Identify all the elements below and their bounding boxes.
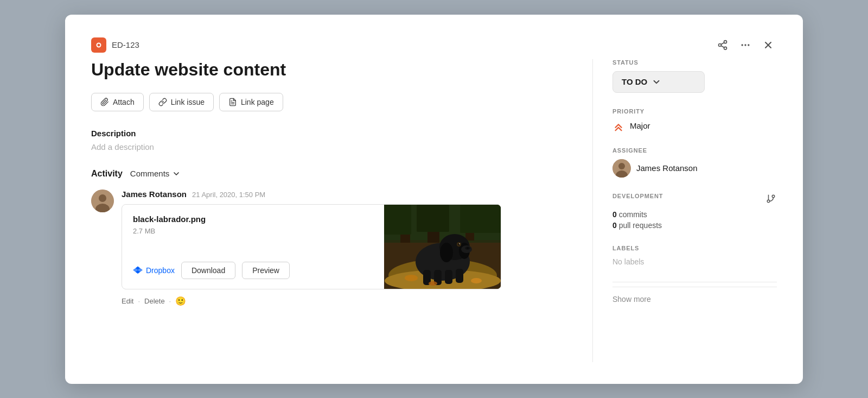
assignee-avatar — [612, 159, 631, 178]
emoji-button[interactable]: 🙂 — [175, 296, 186, 306]
commits-count: 0 — [612, 210, 617, 219]
modal-header: ED-123 — [91, 36, 777, 54]
close-button[interactable] — [760, 36, 777, 54]
status-section-title: STATUS — [612, 59, 777, 66]
attach-button[interactable]: Attach — [91, 93, 144, 111]
development-section: DEVELOPMENT 0 commits 0 pull request — [612, 193, 777, 230]
assignee-row: James Rotanson — [612, 159, 777, 178]
labels-section-title: LABELS — [612, 245, 777, 251]
svg-point-45 — [429, 281, 437, 286]
link-page-button[interactable]: Link page — [219, 93, 283, 111]
attachment-card: black-labrador.png 2.7 MB — [122, 204, 501, 289]
commenter-avatar — [91, 189, 114, 212]
comment-meta: James Rotanson 21 April, 2020, 1:50 PM — [122, 189, 566, 199]
show-more-button[interactable]: Show more — [612, 287, 777, 304]
svg-point-35 — [459, 243, 460, 244]
svg-point-47 — [618, 163, 625, 169]
separator-dot-2: · — [169, 297, 171, 305]
issue-title: Update website content — [91, 59, 566, 80]
sidebar: STATUS TO DO PRIORITY — [592, 59, 777, 362]
svg-rect-25 — [417, 205, 449, 232]
svg-rect-24 — [384, 205, 411, 235]
issue-modal: ED-123 Update websi — [65, 15, 803, 384]
description-placeholder[interactable]: Add a description — [91, 142, 566, 151]
preview-label: Preview — [252, 266, 279, 275]
priority-value: Major — [630, 121, 650, 130]
status-section: STATUS TO DO — [612, 59, 777, 93]
activity-label: Activity — [91, 169, 123, 179]
issue-type-icon — [91, 37, 106, 53]
edit-link[interactable]: Edit — [122, 297, 133, 305]
separator-dot: · — [138, 297, 140, 305]
development-header: DEVELOPMENT — [612, 193, 777, 205]
commits-label: commits — [619, 210, 647, 219]
assignee-section: ASSIGNEE James Rotanson — [612, 147, 777, 178]
dropbox-icon — [133, 266, 143, 275]
pull-requests-label: pull requests — [619, 221, 662, 230]
comment-footer: Edit · Delete · 🙂 — [122, 296, 566, 306]
comment-content: James Rotanson 21 April, 2020, 1:50 PM b… — [122, 189, 566, 306]
commits-stat: 0 commits — [612, 210, 777, 219]
comment-row: James Rotanson 21 April, 2020, 1:50 PM b… — [91, 189, 566, 306]
status-dropdown[interactable]: TO DO — [612, 71, 705, 93]
double-chevron-up-icon — [612, 120, 624, 132]
svg-point-44 — [471, 278, 482, 283]
link-issue-button[interactable]: Link issue — [149, 93, 214, 111]
status-value: TO DO — [622, 77, 647, 86]
status-chevron-icon — [652, 77, 661, 87]
chevron-down-icon — [172, 169, 181, 178]
attach-icon — [100, 98, 109, 106]
action-buttons: Attach Link issue — [91, 93, 566, 111]
pull-requests-count: 0 — [612, 221, 617, 230]
labels-value: No labels — [612, 257, 644, 266]
modal-body: Update website content Attach Link issue — [91, 59, 777, 362]
share-button[interactable] — [714, 36, 731, 54]
dropbox-label: Dropbox — [146, 266, 175, 275]
attachment-size: 2.7 MB — [133, 227, 373, 235]
assignee-avatar-image — [612, 159, 631, 178]
filter-label: Comments — [130, 169, 170, 178]
download-button[interactable]: Download — [181, 262, 235, 279]
delete-link[interactable]: Delete — [144, 297, 165, 305]
svg-point-31 — [440, 243, 453, 262]
priority-section: PRIORITY Major — [612, 108, 777, 132]
comment-timestamp: 21 April, 2020, 1:50 PM — [192, 191, 265, 199]
attachment-image-preview — [384, 205, 501, 289]
description-title: Description — [91, 129, 566, 138]
page-icon — [228, 98, 237, 106]
svg-rect-26 — [460, 205, 501, 233]
svg-rect-42 — [456, 269, 463, 283]
comments-dropdown[interactable]: Comments — [130, 169, 181, 178]
svg-rect-0 — [94, 41, 103, 49]
link-issue-label: Link issue — [171, 98, 205, 106]
attachment-actions: Dropbox Download Preview — [133, 262, 373, 279]
svg-point-15 — [99, 194, 106, 202]
link-page-label: Link page — [241, 98, 274, 106]
labels-section: LABELS No labels — [612, 245, 777, 267]
svg-point-38 — [467, 247, 469, 249]
svg-rect-41 — [445, 270, 452, 284]
avatar-image — [91, 189, 114, 212]
svg-point-9 — [748, 44, 749, 46]
svg-point-7 — [742, 44, 743, 46]
assignee-name: James Rotanson — [636, 163, 698, 173]
major-priority-icon — [612, 120, 624, 132]
dog-image-svg — [384, 205, 501, 289]
attachment-filename: black-labrador.png — [133, 214, 373, 224]
git-branch-icon — [766, 194, 776, 204]
attachment-info: black-labrador.png 2.7 MB — [122, 205, 384, 289]
attach-label: Attach — [113, 98, 135, 106]
divider — [612, 282, 777, 282]
activity-header: Activity Comments — [91, 169, 566, 179]
issue-id: ED-123 — [112, 40, 139, 49]
header-actions — [714, 36, 777, 54]
preview-button[interactable]: Preview — [242, 262, 290, 279]
development-section-title: DEVELOPMENT — [612, 193, 663, 199]
more-options-button[interactable] — [737, 36, 754, 54]
svg-point-8 — [744, 44, 746, 46]
link-icon — [158, 98, 167, 106]
dropbox-link[interactable]: Dropbox — [133, 266, 175, 275]
development-icon-button[interactable] — [765, 193, 777, 205]
svg-line-6 — [721, 42, 724, 44]
assignee-section-title: ASSIGNEE — [612, 147, 777, 154]
